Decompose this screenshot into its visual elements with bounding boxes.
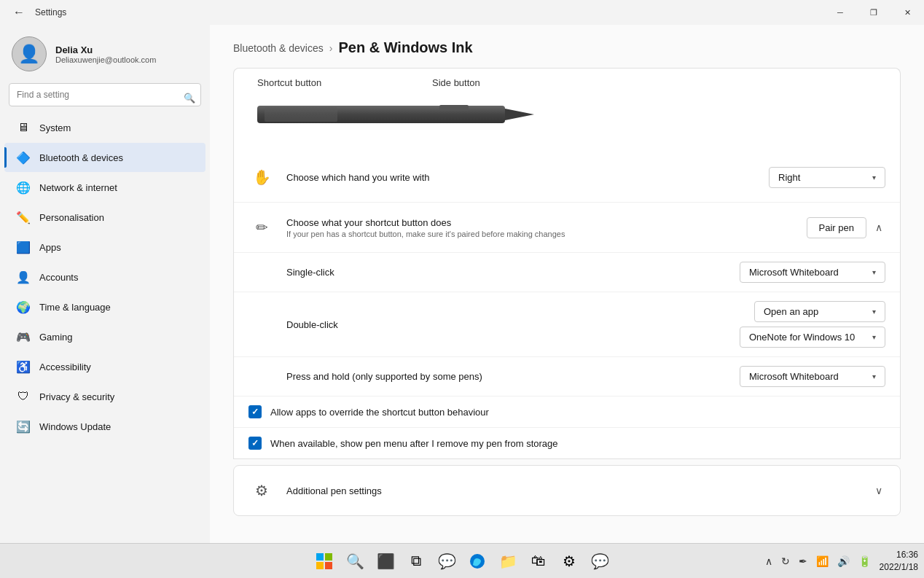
taskbar-taskview-button[interactable]: ⬛ <box>371 547 400 576</box>
additional-text: Additional pen settings <box>275 485 872 496</box>
checkbox-menu-row: ✓ When available, show pen menu after I … <box>234 428 900 458</box>
additional-expand-icon[interactable]: ∨ <box>872 482 885 499</box>
search-container: 🔍 <box>0 83 210 112</box>
taskbar-search-button[interactable]: 🔍 <box>340 547 369 576</box>
taskbar-volume-icon[interactable]: 🔊 <box>834 552 853 570</box>
shortcut-icon: ✏ <box>248 214 275 241</box>
pen-illustration: Shortcut button Side button <box>233 68 901 152</box>
breadcrumb: Bluetooth & devices › Pen & Windows Ink <box>210 25 924 68</box>
single-click-dropdown[interactable]: Microsoft Whiteboard ▾ <box>740 262 885 283</box>
taskbar: 🔍 ⬛ ⧉ 💬 📁 🛍 ⚙ 💬 ∧ ↻ ✒ 📶 🔊 🔋 16:36 2022/1… <box>0 543 924 578</box>
breadcrumb-parent[interactable]: Bluetooth & devices <box>233 42 324 54</box>
single-click-label: Single-click <box>286 267 740 278</box>
sidebar-item-time[interactable]: 🌍 Time & language <box>4 292 205 321</box>
sidebar-item-label-bluetooth: Bluetooth & devices <box>39 152 123 163</box>
taskbar-chevron-icon[interactable]: ∧ <box>762 552 775 570</box>
hand-dropdown-value: Right <box>778 172 800 183</box>
hand-setting-title: Choose which hand you write with <box>286 172 757 183</box>
svg-rect-7 <box>325 562 332 569</box>
time-icon: 🌍 <box>16 300 31 314</box>
bluetooth-icon: 🔷 <box>16 150 31 165</box>
taskbar-chat-button[interactable]: 💬 <box>432 547 461 576</box>
search-button[interactable]: 🔍 <box>184 93 195 104</box>
update-icon: 🔄 <box>16 419 31 434</box>
sidebar-item-personalisation[interactable]: ✏️ Personalisation <box>4 203 205 232</box>
taskbar-right: ∧ ↻ ✒ 📶 🔊 🔋 16:36 2022/1/18 <box>762 549 918 574</box>
gaming-icon: 🎮 <box>16 329 31 344</box>
taskbar-widgets-button[interactable]: ⧉ <box>402 547 431 576</box>
sidebar-item-apps[interactable]: 🟦 Apps <box>4 233 205 262</box>
sidebar-item-accounts[interactable]: 👤 Accounts <box>4 262 205 292</box>
taskbar-wifi-icon[interactable]: 📶 <box>813 552 831 570</box>
sidebar-item-label-accessibility: Accessibility <box>39 362 91 372</box>
double-click-control: Open an app ▾ OneNote for Windows 10 ▾ <box>740 301 885 348</box>
taskbar-wechat-button[interactable]: 💬 <box>585 547 614 576</box>
svg-rect-2 <box>265 107 337 122</box>
sidebar-item-privacy[interactable]: 🛡 Privacy & security <box>4 382 205 411</box>
sidebar-item-label-system: System <box>39 122 71 133</box>
taskbar-center: 🔍 ⬛ ⧉ 💬 📁 🛍 ⚙ 💬 <box>310 547 614 576</box>
sidebar-item-system[interactable]: 🖥 System <box>4 113 205 142</box>
sidebar-item-bluetooth[interactable]: 🔷 Bluetooth & devices <box>4 143 205 172</box>
taskbar-battery-icon[interactable]: 🔋 <box>856 552 874 570</box>
shortcut-collapse-icon[interactable]: ∧ <box>872 219 885 236</box>
title-bar-controls: ─ ❐ ✕ <box>823 0 924 25</box>
sidebar-item-network[interactable]: 🌐 Network & internet <box>4 173 205 202</box>
sidebar-item-gaming[interactable]: 🎮 Gaming <box>4 322 205 351</box>
sidebar: 👤 Delia Xu Deliaxuwenjie@outlook.com 🔍 🖥… <box>0 25 210 543</box>
pen-svg <box>257 100 549 129</box>
avatar: 👤 <box>12 36 47 71</box>
sidebar-item-update[interactable]: 🔄 Windows Update <box>4 412 205 441</box>
double-click-app-dropdown[interactable]: OneNote for Windows 10 ▾ <box>740 327 885 348</box>
additional-settings-row[interactable]: ⚙ Additional pen settings ∨ <box>233 465 901 516</box>
search-input[interactable] <box>9 83 201 106</box>
svg-marker-1 <box>505 109 534 120</box>
shortcut-setting-desc: If your pen has a shortcut button, make … <box>286 230 795 238</box>
back-button[interactable]: ← <box>9 2 29 23</box>
sidebar-item-label-privacy: Privacy & security <box>39 391 114 402</box>
sidebar-item-label-network: Network & internet <box>39 182 117 193</box>
sidebar-item-label-update: Windows Update <box>39 421 111 432</box>
start-button[interactable] <box>310 547 339 576</box>
restore-button[interactable]: ❐ <box>857 0 890 25</box>
breadcrumb-separator: › <box>329 42 333 54</box>
system-icon: 🖥 <box>16 120 31 135</box>
hand-setting-text: Choose which hand you write with <box>275 172 769 183</box>
single-click-caret: ▾ <box>872 268 876 276</box>
app-container: 👤 Delia Xu Deliaxuwenjie@outlook.com 🔍 🖥… <box>0 25 924 543</box>
privacy-icon: 🛡 <box>16 389 31 404</box>
checkbox-override-label: Allow apps to override the shortcut butt… <box>270 407 489 418</box>
double-click-dropdown[interactable]: Open an app ▾ <box>754 301 885 322</box>
shortcut-setting-text: Choose what your shortcut button does If… <box>275 217 807 238</box>
taskbar-time-value: 16:36 <box>880 549 918 561</box>
network-icon: 🌐 <box>16 180 31 195</box>
personalisation-icon: ✏️ <box>16 210 31 224</box>
pair-pen-button[interactable]: Pair pen <box>807 217 866 238</box>
taskbar-datetime[interactable]: 16:36 2022/1/18 <box>880 549 918 574</box>
hand-icon: ✋ <box>248 164 275 190</box>
sidebar-item-label-accounts: Accounts <box>39 272 78 283</box>
taskbar-pen-icon[interactable]: ✒ <box>796 552 810 570</box>
pen-graphic <box>257 94 877 141</box>
taskbar-store-button[interactable]: 🛍 <box>524 547 553 576</box>
checkbox-override[interactable]: ✓ <box>248 405 262 418</box>
taskbar-explorer-button[interactable]: 📁 <box>493 547 522 576</box>
user-email: Deliaxuwenjie@outlook.com <box>55 55 156 64</box>
hand-dropdown[interactable]: Right ▾ <box>769 167 885 188</box>
close-button[interactable]: ✕ <box>890 0 924 25</box>
double-click-app-value: OneNote for Windows 10 <box>749 332 855 343</box>
press-hold-dropdown[interactable]: Microsoft Whiteboard ▾ <box>740 366 885 387</box>
sidebar-item-accessibility[interactable]: ♿ Accessibility <box>4 352 205 381</box>
taskbar-edge-button[interactable] <box>463 547 492 576</box>
accessibility-icon: ♿ <box>16 359 31 374</box>
checkbox-menu-label: When available, show pen menu after I re… <box>270 438 558 449</box>
taskbar-date-value: 2022/1/18 <box>880 561 918 574</box>
user-profile[interactable]: 👤 Delia Xu Deliaxuwenjie@outlook.com <box>0 25 210 83</box>
taskbar-settings-button[interactable]: ⚙ <box>555 547 584 576</box>
double-click-app-caret: ▾ <box>872 333 876 341</box>
taskbar-sync-icon[interactable]: ↻ <box>778 552 793 570</box>
additional-title: Additional pen settings <box>286 485 861 496</box>
hand-dropdown-caret: ▾ <box>872 173 876 181</box>
checkbox-menu[interactable]: ✓ <box>248 437 262 450</box>
minimize-button[interactable]: ─ <box>823 0 857 25</box>
